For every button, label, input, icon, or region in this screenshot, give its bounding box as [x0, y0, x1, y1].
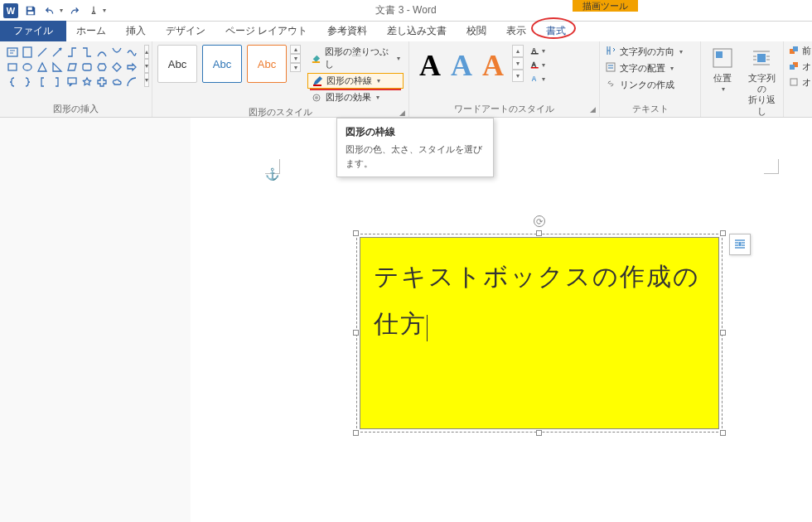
wordart-preset-3[interactable]: A — [482, 48, 504, 83]
shape-style-gallery[interactable]: Abc Abc Abc — [157, 45, 287, 83]
style-preset-1[interactable]: Abc — [157, 45, 197, 83]
layout-options-button[interactable] — [729, 234, 751, 255]
selection-pane-hint[interactable]: オ — [789, 76, 804, 89]
shape-hexagon-icon[interactable] — [94, 60, 109, 75]
shape-callout-icon[interactable] — [65, 75, 80, 89]
shape-roundrect-icon[interactable] — [80, 60, 94, 75]
scroll-down-icon[interactable]: ▾ — [144, 59, 149, 73]
resize-handle-tm[interactable] — [536, 230, 542, 236]
shape-textbox-icon[interactable] — [5, 45, 20, 60]
dialog-launcher-icon[interactable]: ◢ — [590, 105, 596, 114]
shape-cross-icon[interactable] — [94, 75, 109, 89]
tab-review[interactable]: 校閲 — [457, 21, 496, 41]
resize-handle-bl[interactable] — [353, 430, 359, 436]
wa-scroll-down-icon[interactable]: ▾ — [512, 57, 524, 70]
position-button[interactable]: 位置 ▾ — [706, 45, 739, 94]
annotation-underline — [310, 89, 401, 90]
style-preset-3[interactable]: Abc — [247, 45, 287, 83]
shape-line-icon[interactable] — [35, 45, 50, 60]
wordart-gallery-scroll[interactable]: ▴ ▾ ▾ — [512, 45, 524, 82]
rotate-handle[interactable]: ⟳ — [534, 215, 545, 227]
touch-mode-button[interactable] — [85, 2, 103, 20]
tooltip-title: 図形の枠線 — [346, 125, 485, 139]
shape-textbox-vert-icon[interactable] — [20, 45, 35, 60]
shape-oval-icon[interactable] — [20, 60, 35, 75]
shape-bracket-l-icon[interactable] — [35, 75, 50, 89]
shape-fill-button[interactable]: 図形の塗りつぶし ▾ — [307, 45, 404, 71]
resize-handle-ml[interactable] — [353, 330, 359, 336]
shape-bracket-r-icon[interactable] — [50, 75, 65, 89]
dialog-launcher-icon[interactable]: ◢ — [399, 109, 405, 117]
shape-brace-r-icon[interactable] — [20, 75, 35, 89]
text-outline-button[interactable]: A▾ — [530, 59, 545, 70]
create-link-button[interactable]: リンクの作成 — [605, 78, 683, 91]
style-gallery-scroll[interactable]: ▴ ▾ ▾ — [290, 45, 301, 72]
shape-brace-l-icon[interactable] — [5, 75, 20, 89]
wordart-preset-2[interactable]: A — [451, 48, 472, 83]
style-scroll-up-icon[interactable]: ▴ — [290, 45, 301, 54]
save-button[interactable] — [22, 2, 40, 20]
svg-rect-19 — [607, 63, 615, 71]
resize-handle-br[interactable] — [720, 430, 726, 436]
document-area: ⚓ ⟳ テキストボックスの作成の仕方 — [0, 118, 812, 522]
shape-curve-icon[interactable] — [94, 45, 109, 60]
text-fill-button[interactable]: A▾ — [530, 45, 545, 56]
resize-handle-tl[interactable] — [353, 230, 359, 236]
svg-rect-8 — [83, 64, 91, 70]
tab-file[interactable]: ファイル — [0, 21, 66, 41]
wa-scroll-more-icon[interactable]: ▾ — [512, 70, 524, 82]
shape-rect-icon[interactable] — [5, 60, 20, 75]
shapes-gallery[interactable] — [5, 45, 139, 89]
scroll-more-icon[interactable]: ▾ — [144, 73, 149, 87]
wrap-text-button[interactable]: 文字列の 折り返し ▾ — [746, 45, 779, 126]
text-align-button[interactable]: 文字の配置▾ — [605, 61, 683, 75]
redo-button[interactable] — [65, 2, 83, 20]
undo-button[interactable] — [41, 2, 60, 20]
tab-mailings[interactable]: 差し込み文書 — [377, 21, 457, 41]
tab-references[interactable]: 参考資料 — [317, 21, 377, 41]
wordart-gallery[interactable]: A A A — [414, 45, 509, 86]
shape-star-icon[interactable] — [80, 75, 94, 89]
textbox[interactable]: テキストボックスの作成の仕方 — [360, 237, 719, 429]
shape-rtriangle-icon[interactable] — [50, 60, 65, 75]
shape-elbow2-icon[interactable] — [80, 45, 94, 60]
shapes-gallery-scroll[interactable]: ▴ ▾ ▾ — [144, 45, 149, 87]
shape-parallelogram-icon[interactable] — [65, 60, 80, 75]
shape-arrowblock-icon[interactable] — [124, 60, 139, 75]
page[interactable]: ⚓ ⟳ テキストボックスの作成の仕方 — [191, 118, 812, 522]
shape-effects-button[interactable]: 図形の効果 ▾ — [307, 90, 404, 104]
tab-format[interactable]: 書式 — [536, 21, 576, 41]
wordart-preset-1[interactable]: A — [419, 48, 441, 83]
shape-curve2-icon[interactable] — [109, 45, 124, 60]
shape-arrow-icon[interactable] — [50, 45, 65, 60]
text-direction-button[interactable]: 文字列の方向▾ — [605, 45, 683, 58]
style-scroll-down-icon[interactable]: ▾ — [290, 54, 301, 63]
qat-customize-icon[interactable]: ▾ — [103, 7, 106, 14]
tab-design[interactable]: デザイン — [156, 21, 215, 41]
shape-cloud-icon[interactable] — [109, 75, 124, 89]
scroll-up-icon[interactable]: ▴ — [144, 45, 149, 59]
shape-diamond-icon[interactable] — [109, 60, 124, 75]
wa-scroll-up-icon[interactable]: ▴ — [512, 45, 524, 57]
shape-freeform-icon[interactable] — [124, 45, 139, 60]
textbox-selection[interactable]: ⟳ テキストボックスの作成の仕方 — [356, 234, 723, 433]
tab-insert[interactable]: 挿入 — [116, 21, 156, 41]
tab-home[interactable]: ホーム — [66, 21, 116, 41]
style-scroll-more-icon[interactable]: ▾ — [290, 63, 301, 72]
shape-outline-button[interactable]: 図形の枠線 ▾ — [307, 73, 404, 89]
text-effects-button[interactable]: A▾ — [530, 73, 545, 85]
svg-rect-15 — [531, 53, 539, 55]
bring-forward-hint[interactable]: 前 — [789, 45, 804, 57]
undo-dropdown-icon[interactable]: ▾ — [60, 7, 63, 14]
tab-page-layout[interactable]: ページ レイアウト — [215, 21, 317, 41]
resize-handle-bm[interactable] — [536, 430, 542, 436]
shape-triangle-icon[interactable] — [35, 60, 50, 75]
send-backward-hint[interactable]: オ — [789, 60, 804, 73]
tab-view[interactable]: 表示 — [496, 21, 536, 41]
shape-arc-icon[interactable] — [124, 75, 139, 89]
shape-elbow-icon[interactable] — [65, 45, 80, 60]
text-align-icon — [605, 61, 616, 75]
resize-handle-tr[interactable] — [720, 230, 726, 236]
style-preset-2[interactable]: Abc — [202, 45, 242, 83]
resize-handle-mr[interactable] — [720, 330, 726, 336]
